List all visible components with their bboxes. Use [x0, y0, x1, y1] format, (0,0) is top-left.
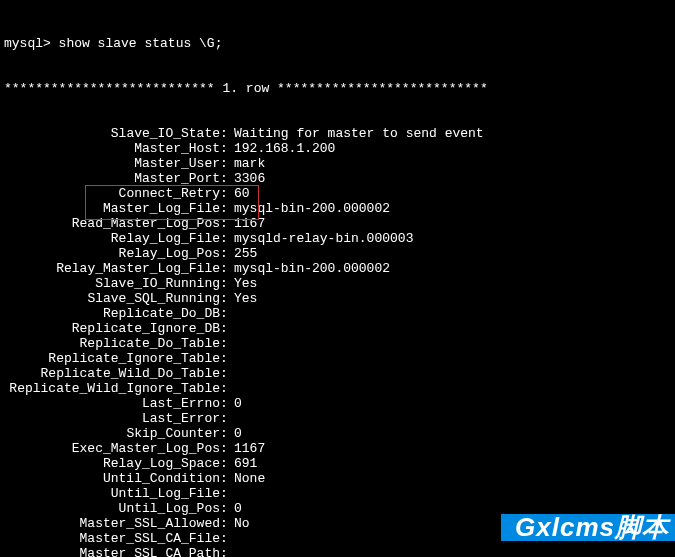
field-label: Relay_Log_Space: [4, 456, 220, 471]
field-separator: :: [220, 546, 234, 557]
field-label: Master_SSL_CA_Path: [4, 546, 220, 557]
status-row: Replicate_Wild_Ignore_Table:: [4, 381, 671, 396]
field-separator: :: [220, 216, 234, 231]
status-row: Replicate_Ignore_DB:: [4, 321, 671, 336]
status-row: Read_Master_Log_Pos: 1167: [4, 216, 671, 231]
field-separator: :: [220, 246, 234, 261]
field-separator: :: [220, 501, 234, 516]
field-label: Replicate_Ignore_DB: [4, 321, 220, 336]
field-value: 3306: [234, 171, 671, 186]
status-row: Master_Host: 192.168.1.200: [4, 141, 671, 156]
status-row: Relay_Master_Log_File: mysql-bin-200.000…: [4, 261, 671, 276]
field-separator: :: [220, 291, 234, 306]
status-row: Master_SSL_CA_Path:: [4, 546, 671, 557]
field-label: Master_Log_File: [4, 201, 220, 216]
field-value: 0: [234, 426, 671, 441]
status-row: Connect_Retry: 60: [4, 186, 671, 201]
status-row: Until_Log_File:: [4, 486, 671, 501]
status-row: Relay_Log_Pos: 255: [4, 246, 671, 261]
status-row: Replicate_Do_DB:: [4, 306, 671, 321]
status-row: Last_Error:: [4, 411, 671, 426]
field-label: Until_Log_File: [4, 486, 220, 501]
field-value: [234, 486, 671, 501]
field-label: Replicate_Do_Table: [4, 336, 220, 351]
field-label: Skip_Counter: [4, 426, 220, 441]
status-row: Replicate_Wild_Do_Table:: [4, 366, 671, 381]
status-row: Last_Errno: 0: [4, 396, 671, 411]
field-separator: :: [220, 336, 234, 351]
field-value: 1167: [234, 216, 671, 231]
field-separator: :: [220, 201, 234, 216]
field-separator: :: [220, 171, 234, 186]
field-label: Master_User: [4, 156, 220, 171]
field-separator: :: [220, 456, 234, 471]
field-value: [234, 306, 671, 321]
status-row: Skip_Counter: 0: [4, 426, 671, 441]
watermark-badge: Gxlcms脚本: [501, 514, 675, 541]
status-row: Replicate_Ignore_Table:: [4, 351, 671, 366]
status-row: Replicate_Do_Table:: [4, 336, 671, 351]
field-label: Replicate_Wild_Do_Table: [4, 366, 220, 381]
field-value: [234, 336, 671, 351]
prompt-line: mysql> show slave status \G;: [4, 36, 671, 51]
terminal-output: mysql> show slave status \G; ***********…: [0, 0, 675, 557]
field-label: Read_Master_Log_Pos: [4, 216, 220, 231]
status-row: Slave_IO_Running: Yes: [4, 276, 671, 291]
field-label: Master_Host: [4, 141, 220, 156]
field-separator: :: [220, 531, 234, 546]
status-row: Relay_Log_File: mysqld-relay-bin.000003: [4, 231, 671, 246]
command-text: show slave status \G;: [59, 36, 223, 51]
field-value: [234, 366, 671, 381]
field-value: [234, 351, 671, 366]
field-label: Relay_Log_File: [4, 231, 220, 246]
field-label: Relay_Log_Pos: [4, 246, 220, 261]
field-value: mark: [234, 156, 671, 171]
status-row: Relay_Log_Space: 691: [4, 456, 671, 471]
field-separator: :: [220, 396, 234, 411]
field-value: [234, 411, 671, 426]
field-separator: :: [220, 141, 234, 156]
field-label: Until_Log_Pos: [4, 501, 220, 516]
field-label: Master_Port: [4, 171, 220, 186]
status-row: Exec_Master_Log_Pos: 1167: [4, 441, 671, 456]
field-label: Last_Error: [4, 411, 220, 426]
field-label: Exec_Master_Log_Pos: [4, 441, 220, 456]
field-value: [234, 381, 671, 396]
field-value: 1167: [234, 441, 671, 456]
field-value: 60: [234, 186, 671, 201]
status-row: Until_Condition: None: [4, 471, 671, 486]
field-value: mysql-bin-200.000002: [234, 261, 671, 276]
field-separator: :: [220, 471, 234, 486]
field-separator: :: [220, 156, 234, 171]
status-fields: Slave_IO_State: Waiting for master to se…: [4, 126, 671, 557]
field-separator: :: [220, 261, 234, 276]
field-value: None: [234, 471, 671, 486]
status-row: Master_Log_File: mysql-bin-200.000002: [4, 201, 671, 216]
field-label: Slave_IO_State: [4, 126, 220, 141]
field-value: mysqld-relay-bin.000003: [234, 231, 671, 246]
field-separator: :: [220, 306, 234, 321]
field-separator: :: [220, 321, 234, 336]
field-label: Master_SSL_Allowed: [4, 516, 220, 531]
field-separator: :: [220, 441, 234, 456]
field-separator: :: [220, 411, 234, 426]
field-separator: :: [220, 366, 234, 381]
row-divider: *************************** 1. row *****…: [4, 81, 671, 96]
field-label: Until_Condition: [4, 471, 220, 486]
field-separator: :: [220, 486, 234, 501]
field-label: Slave_SQL_Running: [4, 291, 220, 306]
field-separator: :: [220, 126, 234, 141]
field-label: Relay_Master_Log_File: [4, 261, 220, 276]
field-separator: :: [220, 186, 234, 201]
status-row: Slave_IO_State: Waiting for master to se…: [4, 126, 671, 141]
field-separator: :: [220, 381, 234, 396]
field-label: Replicate_Ignore_Table: [4, 351, 220, 366]
field-value: 691: [234, 456, 671, 471]
field-value: [234, 546, 671, 557]
field-label: Replicate_Wild_Ignore_Table: [4, 381, 220, 396]
field-separator: :: [220, 231, 234, 246]
field-label: Slave_IO_Running: [4, 276, 220, 291]
field-separator: :: [220, 351, 234, 366]
field-value: Waiting for master to send event: [234, 126, 671, 141]
status-row: Slave_SQL_Running: Yes: [4, 291, 671, 306]
